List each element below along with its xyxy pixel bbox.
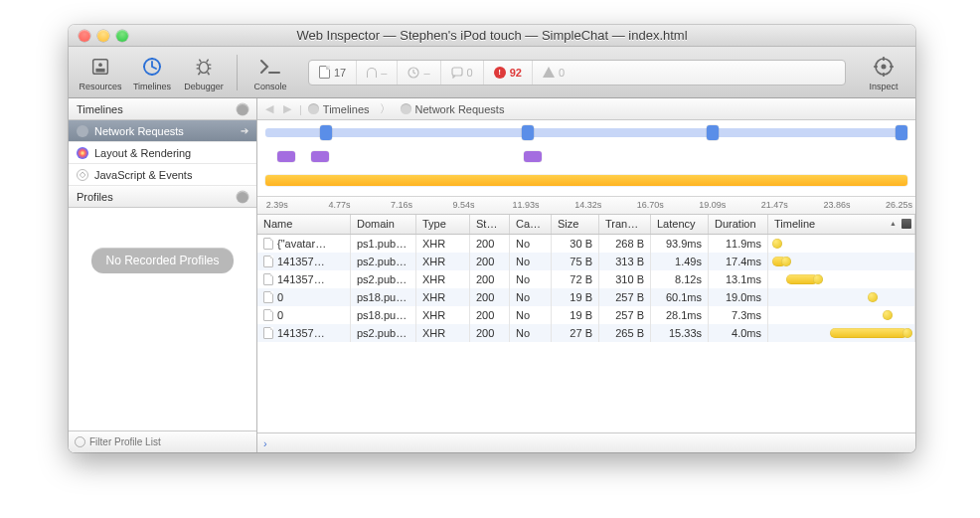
cell-name: 0 — [257, 306, 351, 324]
file-icon — [263, 273, 273, 285]
cell-latency: 8.12s — [651, 270, 709, 288]
dashboard-security[interactable]: – — [357, 61, 398, 85]
cell-timeline — [768, 324, 915, 342]
time-ruler[interactable]: 2.39s4.77s7.16s9.54s11.93s14.32s16.70s19… — [257, 197, 915, 215]
table-row[interactable]: 0ps18.pu…XHR200No19 B257 B60.1ms19.0ms — [257, 288, 915, 306]
dashboard-errors[interactable]: ! 92 — [484, 61, 533, 85]
breadcrumb-network[interactable]: Network Requests — [401, 103, 505, 115]
warning-count: 0 — [559, 67, 565, 79]
cell-size: 19 B — [552, 288, 599, 306]
cell-timeline — [768, 306, 915, 324]
overview-js-row — [265, 172, 907, 190]
resources-tab[interactable]: Resources — [75, 49, 126, 96]
cell-transferred: 257 B — [599, 288, 651, 306]
col-size[interactable]: Size — [552, 215, 599, 234]
sidebar-timelines-heading: Timelines — [69, 98, 256, 120]
cell-status: 200 — [470, 324, 510, 342]
table-row[interactable]: 141357…ps2.pub…XHR200No75 B313 B1.49s17.… — [257, 253, 915, 270]
console-prompt-icon[interactable]: › — [263, 437, 267, 449]
sidebar-item-javascript[interactable]: ◇ JavaScript & Events — [69, 164, 256, 186]
dashboard-warnings[interactable]: 0 — [533, 61, 574, 85]
table-row[interactable]: 0ps18.pu…XHR200No19 B257 B28.1ms7.3ms — [257, 306, 915, 324]
error-count: 92 — [510, 67, 522, 79]
back-button[interactable]: ◀ — [263, 102, 275, 115]
cell-cached: No — [510, 324, 552, 342]
timelines-label: Timelines — [133, 82, 171, 91]
close-button[interactable] — [79, 30, 90, 42]
cell-domain: ps2.pub… — [351, 253, 416, 270]
zoom-button[interactable] — [116, 30, 128, 42]
cell-size: 72 B — [552, 270, 599, 288]
table-row[interactable]: 141357…ps2.pub…XHR200No27 B265 B15.33s4.… — [257, 324, 915, 342]
datagrid-body[interactable]: {"avatar…ps1.pub…XHR200No30 B268 B93.9ms… — [257, 235, 915, 432]
filter-input[interactable] — [89, 436, 250, 447]
console-tab[interactable]: Console — [245, 49, 296, 96]
file-icon — [263, 238, 273, 250]
window-title: Web Inspector — Stephen's iPod touch — S… — [69, 28, 915, 43]
col-type[interactable]: Type — [416, 215, 470, 234]
column-options-icon[interactable] — [901, 219, 911, 229]
dashboard-time[interactable]: – — [398, 61, 440, 85]
timeline-overview[interactable] — [257, 120, 915, 197]
col-timeline[interactable]: Timeline — [768, 215, 915, 234]
cell-status: 200 — [470, 235, 510, 253]
table-row[interactable]: {"avatar…ps1.pub…XHR200No30 B268 B93.9ms… — [257, 235, 915, 253]
breadcrumb-timelines[interactable]: Timelines — [308, 103, 370, 115]
cell-domain: ps2.pub… — [351, 270, 416, 288]
timelines-tab[interactable]: Timelines — [126, 49, 178, 96]
ruler-tick: 21.47s — [761, 200, 788, 210]
goto-icon[interactable]: ➔ — [241, 125, 248, 136]
cell-latency: 60.1ms — [651, 288, 709, 306]
col-name[interactable]: Name — [257, 215, 351, 234]
minimize-button[interactable] — [97, 30, 109, 42]
col-latency[interactable]: Latency — [651, 215, 709, 234]
file-icon — [263, 291, 273, 303]
navigation-bar: ◀ ▶ | Timelines 〉 Network Requests — [257, 98, 915, 120]
sidebar-item-label: Layout & Rendering — [94, 147, 191, 159]
cell-type: XHR — [416, 270, 470, 288]
cell-transferred: 257 B — [599, 306, 651, 324]
cell-type: XHR — [416, 253, 470, 270]
col-duration[interactable]: Duration — [709, 215, 768, 234]
resources-label: Resources — [79, 82, 121, 91]
dashboard-resources[interactable]: 17 — [309, 61, 357, 85]
inspect-button[interactable]: Inspect — [858, 49, 909, 96]
cell-duration: 11.9ms — [709, 235, 768, 253]
traffic-lights — [69, 30, 128, 42]
doc-count: 17 — [334, 67, 346, 79]
dash-dash: – — [381, 67, 387, 79]
network-datagrid: Name Domain Type Sta… Cac… Size Tran… La… — [257, 215, 915, 432]
cell-latency: 93.9ms — [651, 235, 709, 253]
sidebar-item-network[interactable]: Network Requests ➔ — [69, 120, 256, 142]
debugger-tab[interactable]: Debugger — [178, 49, 230, 96]
col-transferred[interactable]: Tran… — [599, 215, 651, 234]
cell-name: 141357… — [257, 324, 351, 342]
ruler-tick: 4.77s — [328, 200, 350, 210]
ruler-tick: 11.93s — [513, 200, 540, 210]
col-cached[interactable]: Cac… — [510, 215, 552, 234]
dashboard-logs[interactable]: 0 — [441, 61, 484, 85]
no-profiles-badge: No Recorded Profiles — [91, 248, 233, 273]
sidebar-item-layout[interactable]: Layout & Rendering — [69, 142, 256, 164]
col-status[interactable]: Sta… — [470, 215, 510, 234]
col-domain[interactable]: Domain — [351, 215, 416, 234]
cell-status: 200 — [470, 270, 510, 288]
svg-point-8 — [882, 64, 887, 69]
cell-timeline — [768, 253, 915, 270]
cell-cached: No — [510, 253, 552, 270]
ruler-tick: 26.25s — [886, 200, 912, 210]
toolbar: Resources Timelines Debugger Console — [69, 47, 915, 98]
cell-timeline — [768, 270, 915, 288]
cell-transferred: 310 B — [599, 270, 651, 288]
forward-button[interactable]: ▶ — [281, 102, 293, 115]
table-row[interactable]: 141357…ps2.pub…XHR200No72 B310 B8.12s13.… — [257, 270, 915, 288]
svg-point-4 — [199, 62, 208, 73]
record-profile-button[interactable] — [237, 191, 248, 203]
file-icon — [263, 327, 273, 339]
cell-status: 200 — [470, 253, 510, 270]
record-button[interactable] — [237, 103, 248, 115]
cell-status: 200 — [470, 306, 510, 324]
file-icon — [263, 256, 273, 267]
resources-icon — [87, 54, 113, 80]
sidebar: Timelines Network Requests ➔ Layout & Re… — [69, 98, 257, 452]
